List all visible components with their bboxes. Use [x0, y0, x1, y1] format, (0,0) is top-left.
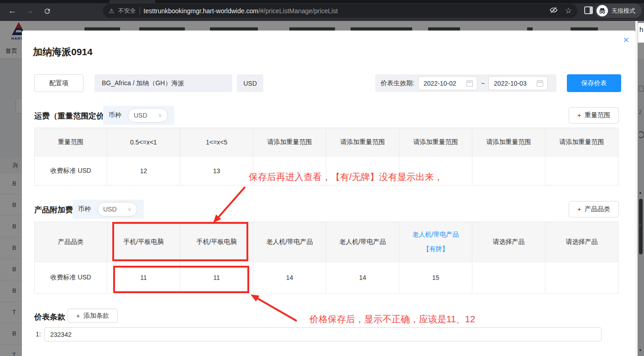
- surcharge-section-title: 产品附加费: [34, 205, 73, 215]
- screen: HART 首页 兴 B B B B B B T B: [0, 0, 644, 356]
- terms-section-title: 价表条款: [34, 312, 65, 322]
- modal-scrollbar-track[interactable]: [635, 21, 638, 356]
- terms-input[interactable]: [44, 327, 602, 341]
- freight-currency-selected: USD: [134, 112, 147, 119]
- eye-off-icon[interactable]: [550, 6, 558, 16]
- calendar-icon: [466, 80, 473, 87]
- annotation-highlight-rect: [112, 222, 248, 261]
- url-domain: testtrunkbookingmgr.hart-worldwide.com: [144, 7, 258, 15]
- price-cell[interactable]: 13: [180, 156, 253, 186]
- save-price-list-button[interactable]: 保存价表: [567, 74, 621, 92]
- table-header-cell[interactable]: 请添加重量范围: [399, 128, 472, 156]
- currency-label: 币种: [78, 205, 91, 213]
- add-weight-range-label: 重量范围: [585, 111, 610, 119]
- calendar-icon: [537, 80, 543, 87]
- plus-icon: +: [76, 312, 80, 320]
- table-header-cell[interactable]: 请选择产品: [472, 222, 545, 262]
- warning-icon: ⚠: [109, 7, 115, 15]
- terms-index-label: 1:: [36, 330, 41, 338]
- row-label-cell: 收费标准 USD: [35, 262, 107, 294]
- table-header-cell[interactable]: 老人机/带电产品: [253, 222, 326, 262]
- price-cell[interactable]: 14: [326, 262, 399, 294]
- add-terms-button[interactable]: + 添加条款: [68, 309, 118, 323]
- freight-currency-select[interactable]: USD ∨: [128, 108, 168, 123]
- surcharge-currency-selected: USD: [103, 206, 117, 213]
- table-header-cell[interactable]: 请添加重量范围: [253, 128, 326, 156]
- table-header-cell: 产品品类: [35, 222, 107, 262]
- modal-title: 加纳海派0914: [33, 46, 93, 58]
- url-path: /#/priceListManage/priceList: [258, 7, 338, 15]
- price-cell[interactable]: 12: [107, 156, 180, 186]
- price-cell[interactable]: 14: [253, 262, 326, 294]
- freight-table-header-row: 重量范围 0.5<=x<1 1<=x<5 请添加重量范围 请添加重量范围 请添加…: [35, 128, 619, 156]
- date-start-input[interactable]: 2022-10-02: [418, 76, 477, 90]
- add-weight-range-button[interactable]: + 重量范围: [569, 107, 619, 124]
- route-value: BG_Africa / 加纳（GH）海派: [94, 74, 232, 92]
- row-label-cell: 收费标准 USD: [35, 156, 107, 186]
- active-tab-fragment[interactable]: [110, 0, 155, 3]
- price-cell[interactable]: [472, 262, 545, 294]
- effective-date-label: 价表生效期:: [381, 79, 414, 88]
- price-cell[interactable]: [545, 262, 618, 294]
- product-name: 老人机/带电产品: [413, 231, 459, 239]
- chevron-down-icon: ∨: [127, 206, 131, 212]
- annotation-note: 价格保存后，显示不正确，应该是11、12: [309, 313, 475, 325]
- freight-currency-group: 币种 USD ∨: [103, 106, 174, 125]
- close-icon[interactable]: ×: [623, 35, 629, 45]
- add-product-category-label: 产品品类: [585, 205, 610, 213]
- annotation-note: 保存后再进入查看，【有/无牌】没有显示出来，: [249, 171, 443, 183]
- freight-section-title: 运费（重量范围定价）: [34, 111, 112, 121]
- effective-date-group: 价表生效期: 2022-10-02 ~ 2022-10-03: [375, 74, 556, 92]
- currency-label: 币种: [109, 111, 121, 119]
- add-product-category-button[interactable]: + 产品品类: [569, 201, 619, 217]
- table-header-cell-licensed[interactable]: 老人机/带电产品 【有牌】: [399, 222, 472, 262]
- annotation-highlight-rect: [113, 266, 249, 293]
- table-header-cell: 重量范围: [35, 128, 107, 156]
- price-cell[interactable]: [472, 156, 545, 186]
- security-label: 不安全: [118, 7, 136, 15]
- surcharge-currency-group: 币种 USD ∨: [73, 200, 144, 219]
- date-separator: ~: [481, 80, 485, 87]
- price-list-modal: × 加纳海派0914 配置项 BG_Africa / 加纳（GH）海派 USD …: [22, 31, 635, 356]
- side-panel-icon[interactable]: [584, 6, 593, 14]
- plus-icon: +: [577, 112, 581, 119]
- licensed-tag: 【有牌】: [423, 245, 449, 253]
- table-header-cell[interactable]: 请选择产品: [545, 222, 618, 262]
- table-header-cell[interactable]: 请添加重量范围: [545, 128, 618, 156]
- browser-tab-strip: [0, 0, 644, 3]
- add-terms-label: 添加条款: [84, 312, 109, 320]
- browser-chrome: ← → ⚠ 不安全 testtrunkbookingmgr.hart-world…: [0, 0, 644, 21]
- table-header-cell[interactable]: 请添加重量范围: [472, 128, 545, 156]
- price-cell[interactable]: 15: [399, 262, 472, 294]
- incognito-icon: [597, 5, 608, 16]
- back-icon[interactable]: ←: [5, 4, 19, 18]
- date-end-value: 2022-10-03: [494, 80, 527, 87]
- forward-icon[interactable]: →: [23, 4, 37, 18]
- date-start-value: 2022-10-02: [424, 80, 456, 87]
- incognito-label: 无痕模式: [612, 7, 635, 15]
- table-header-cell[interactable]: 请添加重量范围: [326, 128, 399, 156]
- url-bar[interactable]: ⚠ 不安全 testtrunkbookingmgr.hart-worldwide…: [103, 4, 577, 18]
- incognito-badge: 无痕模式: [595, 4, 642, 18]
- url-text: testtrunkbookingmgr.hart-worldwide.com/#…: [144, 7, 338, 15]
- table-header-cell[interactable]: 0.5<=x<1: [107, 128, 180, 156]
- surcharge-currency-select[interactable]: USD ∨: [97, 202, 137, 217]
- table-header-cell[interactable]: 1<=x<5: [180, 128, 253, 156]
- autofill-popup-fragment[interactable]: h: [638, 23, 644, 43]
- price-cell[interactable]: [545, 156, 618, 186]
- plus-icon: +: [577, 206, 581, 213]
- date-end-input[interactable]: 2022-10-03: [488, 76, 548, 90]
- table-header-cell[interactable]: 老人机/带电产品: [326, 222, 399, 262]
- reload-icon[interactable]: [40, 4, 54, 18]
- currency-value: USD: [237, 74, 263, 92]
- config-button[interactable]: 配置项: [34, 74, 84, 92]
- url-divider: [140, 7, 140, 15]
- bookmark-star-icon[interactable]: ☆: [565, 6, 572, 15]
- chevron-down-icon: ∨: [158, 112, 162, 119]
